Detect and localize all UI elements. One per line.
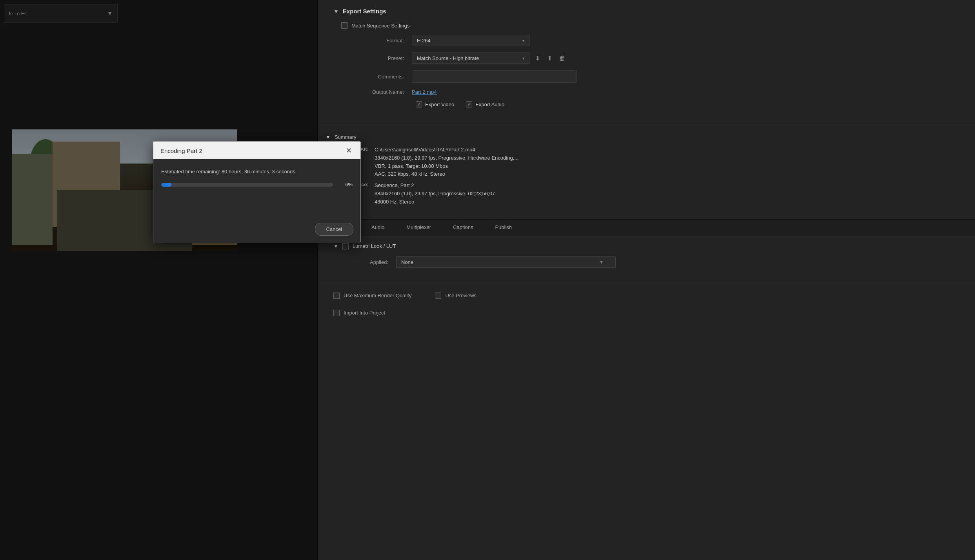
export-video-label: Export Video: [425, 102, 454, 107]
tab-multiplexer[interactable]: Multiplexer: [395, 220, 442, 236]
export-video-check: Export Video: [416, 101, 454, 107]
summary-title: Summary: [335, 134, 357, 140]
summary-chevron-icon: ▼: [326, 134, 331, 140]
use-previews-checkbox[interactable]: [435, 293, 441, 299]
comments-input[interactable]: [412, 70, 577, 83]
summary-header: ▼ Summary: [326, 134, 959, 140]
lumetri-title: Lumetri Look / LUT: [353, 243, 396, 249]
use-previews-check: Use Previews: [435, 293, 476, 299]
format-row: Format: H.264: [333, 35, 959, 46]
time-remaining-text: Estimated time remaining: 80 hours, 36 m…: [161, 169, 353, 175]
use-previews-label: Use Previews: [445, 293, 476, 298]
match-sequence-checkbox[interactable]: [341, 22, 347, 29]
lumetri-checkbox[interactable]: [342, 243, 349, 249]
dialog-close-button[interactable]: ✕: [344, 147, 353, 154]
applied-label: Applied:: [341, 259, 388, 265]
import-row: Import Into Project: [318, 306, 975, 320]
preset-row: Preset: Match Source - High bitrate ⬇ ⬆ …: [333, 53, 959, 64]
tab-audio[interactable]: Audio: [360, 220, 395, 236]
progress-bar-container: 6%: [161, 182, 353, 187]
export-settings-header: ▼ Export Settings: [333, 8, 959, 15]
export-settings-title: Export Settings: [343, 8, 386, 15]
tab-publish[interactable]: Publish: [484, 220, 523, 236]
import-checkbox[interactable]: [333, 310, 340, 316]
preset-label: Preset:: [341, 55, 404, 61]
export-audio-label: Export Audio: [475, 102, 504, 107]
format-dropdown[interactable]: H.264: [412, 35, 529, 46]
dialog-body: Estimated time remaining: 80 hours, 36 m…: [153, 159, 360, 218]
encoding-dialog: Encoding Part 2 ✕ Estimated time remaini…: [153, 141, 361, 243]
output-name-link[interactable]: Part 2.mp4: [412, 89, 437, 95]
lumetri-section: ▼ Lumetri Look / LUT Applied: None ▼: [318, 236, 975, 279]
dialog-title: Encoding Part 2: [160, 147, 202, 154]
tab-captions[interactable]: Captions: [442, 220, 484, 236]
import-check: Import Into Project: [333, 310, 959, 316]
source-val: Sequence, Part 2 3840x2160 (1.0), 29.97 …: [375, 182, 495, 206]
match-sequence-row: Match Sequence Settings: [333, 22, 959, 29]
progress-bar-track: [161, 183, 333, 187]
lumetri-header: ▼ Lumetri Look / LUT: [333, 243, 959, 249]
tabs-row: Video Audio Multiplexer Captions Publish: [318, 219, 975, 236]
output-val: C:\Users\aingriselli\Videos\ITALY\Part 2…: [375, 146, 518, 178]
max-quality-checkbox[interactable]: [333, 293, 340, 299]
max-quality-label: Use Maximum Render Quality: [344, 293, 411, 298]
left-panel: le To Fit ▼: [0, 0, 318, 560]
applied-row: Applied: None ▼: [333, 256, 959, 268]
export-settings-section: ▼ Export Settings Match Sequence Setting…: [318, 0, 975, 122]
applied-chevron-icon: ▼: [599, 260, 604, 264]
summary-section: ▼ Summary Output: C:\Users\aingriselli\V…: [318, 128, 975, 215]
format-dropdown-field: H.264: [412, 35, 529, 46]
dialog-titlebar: Encoding Part 2 ✕: [153, 142, 360, 159]
export-checks-row: Export Video Export Audio: [333, 101, 959, 107]
import-preset-icon[interactable]: ⬆: [546, 53, 554, 64]
output-name-row: Output Name: Part 2.mp4: [333, 89, 959, 95]
source-summary-row: Source: Sequence, Part 2 3840x2160 (1.0)…: [333, 182, 959, 206]
comments-row: Comments:: [333, 70, 959, 83]
preset-controls: Match Source - High bitrate ⬇ ⬆ 🗑: [412, 53, 567, 64]
delete-preset-icon[interactable]: 🗑: [558, 53, 567, 64]
max-quality-check: Use Maximum Render Quality: [333, 293, 411, 299]
output-name-label: Output Name:: [341, 89, 404, 95]
export-audio-check: Export Audio: [466, 101, 504, 107]
preset-dropdown[interactable]: Match Source - High bitrate: [412, 53, 529, 64]
modal-overlay: [0, 0, 318, 560]
export-audio-checkbox[interactable]: [466, 101, 472, 107]
summary-content: Output: C:\Users\aingriselli\Videos\ITAL…: [326, 146, 959, 206]
comments-label: Comments:: [341, 74, 404, 80]
right-panel: ▼ Export Settings Match Sequence Setting…: [318, 0, 975, 560]
progress-bar-fill: [161, 183, 171, 187]
lumetri-chevron-icon: ▼: [333, 243, 338, 249]
match-sequence-label: Match Sequence Settings: [351, 23, 409, 29]
import-label: Import Into Project: [344, 310, 385, 316]
bottom-checkboxes: Use Maximum Render Quality Use Previews: [318, 285, 975, 306]
applied-dropdown[interactable]: None ▼: [396, 256, 616, 268]
format-label: Format:: [341, 38, 404, 44]
output-summary-row: Output: C:\Users\aingriselli\Videos\ITAL…: [333, 146, 959, 178]
chevron-icon: ▼: [333, 8, 339, 15]
save-preset-icon[interactable]: ⬇: [533, 53, 542, 64]
export-video-checkbox[interactable]: [416, 101, 422, 107]
cancel-button[interactable]: Cancel: [315, 223, 353, 236]
progress-pct-label: 6%: [338, 182, 353, 187]
dialog-footer: Cancel: [153, 218, 360, 243]
